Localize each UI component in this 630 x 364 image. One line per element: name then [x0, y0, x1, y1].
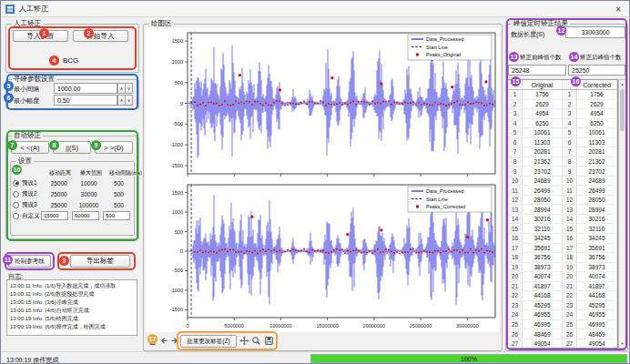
peak-value-cell: 34245	[577, 234, 617, 243]
pause-button[interactable]: ||(S)	[53, 141, 91, 154]
manual-correction-group-title: 人工矫正	[12, 19, 43, 28]
peak-value-cell: 4954	[523, 109, 563, 118]
row-index-cell: 24	[508, 310, 523, 319]
table-row[interactable]: 611303611303	[508, 138, 617, 148]
col-move-distance: 移动距离	[45, 169, 76, 177]
plot-area-group-title: 绘图区	[149, 19, 174, 28]
table-scrollbar[interactable]: ▲ ▼	[618, 79, 626, 349]
peak-value-cell: 34245	[523, 234, 563, 243]
row-index-cell: 2	[563, 100, 577, 109]
preset-radio[interactable]	[13, 202, 19, 208]
svg-text:-500: -500	[173, 121, 183, 126]
table-row[interactable]: 510061510061	[508, 128, 617, 138]
pan-icon[interactable]	[239, 334, 250, 348]
start-import-button[interactable]: 开始导入	[73, 30, 128, 42]
table-row[interactable]: 12280501228050	[508, 196, 617, 206]
min-amplitude-stepper: ∧ ∨	[118, 95, 133, 106]
table-row[interactable]: 14302161430216	[508, 215, 617, 225]
table-row[interactable]: 16342451634245	[508, 234, 617, 244]
preset-custom-input[interactable]	[72, 211, 99, 220]
preset-radio[interactable]	[13, 191, 19, 197]
table-row[interactable]: 923702923702	[508, 167, 617, 177]
table-row[interactable]: 3495434954	[508, 109, 617, 119]
peak-value-cell: 35691	[577, 244, 617, 253]
zoom-icon[interactable]	[250, 334, 262, 348]
spin-down-icon[interactable]: ∨	[125, 83, 133, 94]
export-labels-button[interactable]: 导出标签	[70, 255, 130, 268]
scroll-down-icon[interactable]: ▼	[619, 339, 625, 348]
peak-value-cell: 26499	[523, 186, 563, 195]
step-back-button[interactable]: < <(A)	[11, 141, 49, 154]
table-row[interactable]: 15321101532110	[508, 224, 617, 234]
table-row[interactable]: 821362821362	[508, 157, 617, 167]
min-amplitude-input[interactable]	[54, 95, 117, 106]
close-button[interactable]: ✕	[607, 1, 629, 17]
progress-bar: 100%	[310, 354, 627, 363]
import-settings-button[interactable]: 导入设置	[13, 30, 68, 42]
peak-value-cell: 36756	[577, 253, 617, 262]
table-row[interactable]: 2262922629	[508, 100, 617, 110]
table-row[interactable]: 20400742040074	[508, 272, 617, 282]
table-row[interactable]: 11264991126499	[508, 186, 617, 196]
step-forward-button[interactable]: > >(D)	[95, 141, 133, 154]
table-row[interactable]: 25469952546995	[508, 320, 617, 330]
table-row[interactable]: 26484692648469	[508, 329, 617, 339]
peak-value-cell: 26499	[577, 186, 617, 195]
log-line: 13:00:11 Info: (2/6)数据预处理完成	[10, 290, 134, 298]
peak-value-cell: 46955	[577, 310, 617, 319]
peak-value-cell: 49054	[523, 339, 563, 349]
peak-value-cell: 49054	[577, 339, 617, 349]
table-row[interactable]: 4625046250	[508, 119, 617, 129]
row-index-cell: 12	[563, 196, 577, 205]
row-index-cell: 14	[563, 215, 577, 224]
data-length-label: 数据长度(S)	[511, 30, 544, 39]
svg-text:Start Line: Start Line	[426, 197, 448, 202]
table-row[interactable]: 18367561836756	[508, 253, 617, 263]
chart-bottom-subplot[interactable]: 150010005000-500-1000-150005000000100000…	[146, 179, 500, 332]
scrollbar-thumb[interactable]	[620, 89, 625, 131]
row-index-cell: 20	[508, 272, 523, 281]
home-icon[interactable]	[147, 334, 158, 348]
peak-value-cell: 21362	[577, 157, 617, 167]
scroll-up-icon[interactable]: ▲	[619, 80, 625, 88]
preset-radio[interactable]	[13, 180, 19, 187]
save-icon[interactable]	[263, 334, 275, 348]
row-index-cell: 25	[508, 320, 523, 329]
row-index-cell: 9	[563, 167, 577, 176]
peak-value-cell: 6250	[523, 119, 563, 128]
table-row[interactable]: 24469552446955	[508, 310, 617, 320]
chart-figure[interactable]: 150010005000-500-1000-1500Data_Processed…	[146, 28, 500, 332]
table-row[interactable]: 13289941328994	[508, 205, 617, 215]
peak-value-cell: 11303	[577, 138, 617, 147]
forward-icon[interactable]	[168, 334, 180, 348]
spin-down-icon[interactable]: ∨	[125, 95, 133, 106]
settings-subgroup-title: 设置	[16, 157, 34, 166]
preset-label: 预设3	[22, 201, 44, 209]
table-row[interactable]: 19389731938973	[508, 263, 617, 273]
annotation-badge-3: 3	[59, 256, 69, 266]
min-interval-input[interactable]	[54, 83, 117, 94]
preset-radio[interactable]	[13, 213, 19, 219]
table-row[interactable]: 17356911735691	[508, 244, 617, 254]
table-row[interactable]: 720281720281	[508, 147, 617, 157]
table-row[interactable]: 10246891024689	[508, 177, 617, 187]
batch-edit-labels-button[interactable]: 批量更改标签(Z)	[180, 335, 237, 348]
table-row[interactable]: 1175611756	[508, 90, 617, 100]
draw-refline-button[interactable]: 绘制参考线	[8, 255, 51, 268]
peak-value-cell: 11303	[523, 138, 563, 147]
peak-value-cell: 32110	[523, 224, 563, 233]
preset-custom-input[interactable]	[103, 211, 130, 220]
table-row[interactable]: 22441682244168	[508, 291, 617, 301]
table-row[interactable]: 27490542749054	[508, 339, 617, 349]
svg-text:Peaks_Original: Peaks_Original	[426, 52, 461, 57]
table-row[interactable]: 21418972141897	[508, 282, 617, 292]
svg-text:15000000: 15000000	[316, 323, 338, 329]
row-index-cell: 5	[508, 128, 523, 137]
peaks-table[interactable]: Original Corrected 117561175622629226293…	[507, 79, 618, 349]
row-index-cell: 18	[508, 253, 523, 262]
table-row[interactable]: 23452952345295	[508, 301, 617, 311]
preset-custom-input[interactable]	[41, 211, 68, 220]
row-index-cell: 13	[563, 205, 577, 214]
chart-top-subplot[interactable]: 150010005000-500-1000-1500Data_Processed…	[146, 28, 500, 179]
row-index-cell: 17	[563, 244, 577, 253]
